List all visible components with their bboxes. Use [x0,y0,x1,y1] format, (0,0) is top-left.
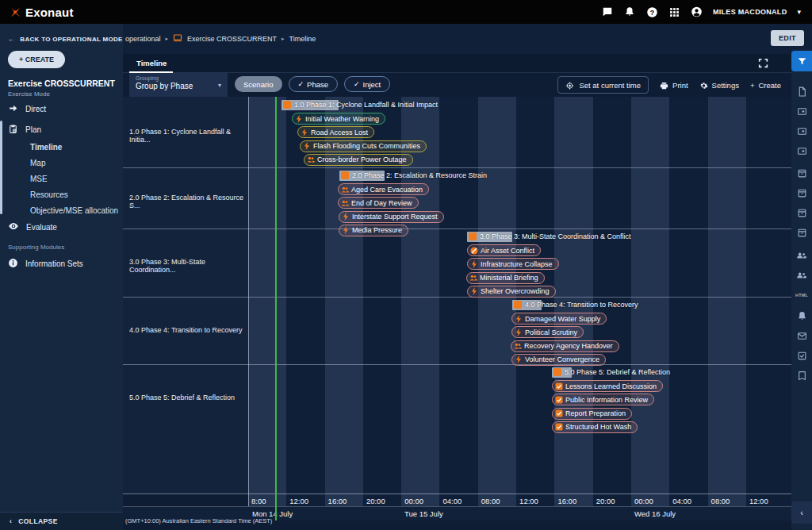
inject-pill[interactable]: Volunteer Convergence [511,354,606,366]
chevron-down-icon: ▾ [218,82,221,89]
notifications-bell-icon[interactable] [624,6,636,18]
breadcrumb: operational▸Exercise CROSSCURRENT▸Timeli… [125,33,316,44]
sidebar-item-objective-mse-allocation[interactable]: Objective/MSE allocation [30,206,118,215]
filter-chip-scenario[interactable]: Scenario [235,76,282,92]
phase-row-label: 2.0 Phase 2: Escalation & Resource S... [129,194,247,209]
people-icon [341,186,349,194]
user-menu-caret-icon[interactable]: ▾ [797,8,801,16]
sidebar-item-mse[interactable]: MSE [30,175,48,183]
row-separator [123,297,791,298]
filter-chip-inject[interactable]: ✓Inject [344,76,390,92]
sidebar-item-map[interactable]: Map [30,159,45,167]
bolt-icon [301,129,308,136]
inject-pill[interactable]: Aged Care Evacuation [338,183,429,195]
fullscreen-icon[interactable] [757,57,769,69]
inject-label: Political Scrutiny [525,328,577,336]
inject-pill[interactable]: Structured Hot Wash [552,421,638,433]
user-name[interactable]: MILES MACDONALD [713,8,787,16]
inject-pill[interactable]: Shelter Overcrowding [467,286,556,298]
inject-pill[interactable]: Road Access Lost [297,126,374,138]
exonaut-logo-icon [10,6,21,18]
inject-pill[interactable]: Infrastructure Collapse [467,258,559,270]
breadcrumb-separator-icon: ▸ [282,36,285,42]
filter-chip-phase[interactable]: ✓Phase [289,76,338,92]
grouping-label: Grouping [136,75,221,81]
target-icon [565,81,574,90]
note-rail-icon[interactable] [791,346,812,365]
inject-pill[interactable]: Air Asset Conflict [467,244,541,256]
left-sidebar: ← BACK TO OPERATIONAL MODE + CREATE Exer… [0,24,123,530]
create-inject-button[interactable]: + Create [750,81,781,90]
inject-pill[interactable]: Media Pressure [339,225,408,236]
people-rail-icon[interactable] [791,246,812,265]
rail-collapse-button[interactable]: ‹ [791,501,812,524]
filter-rail-icon[interactable] [791,51,812,71]
top-bar: Exonaut ? MILES MACDONALD ▾ [0,0,812,24]
task-icon [555,423,563,431]
create-button[interactable]: + CREATE [8,51,65,68]
people-icon [307,156,315,163]
inject-pill[interactable]: Recovery Agency Handover [511,340,619,352]
card-rail-icon[interactable] [791,121,812,140]
phase-marker-icon [469,232,477,240]
back-to-operational-mode[interactable]: ← BACK TO OPERATIONAL MODE [8,36,123,43]
edit-button[interactable]: EDIT [771,30,804,46]
collapse-sidebar-button[interactable]: ‹ COLLAPSE [10,517,58,525]
printer-icon [660,81,668,90]
help-icon[interactable]: ? [646,6,658,18]
back-arrow-icon: ← [8,36,14,43]
inject-pill[interactable]: Lessons Learned Discussion [552,380,663,392]
sidebar-item-resources[interactable]: Resources [30,190,68,199]
exonaut-logo[interactable]: Exonaut [10,6,74,19]
app-window: Exonaut ? MILES MACDONALD ▾ operational▸… [0,0,812,530]
card-rail-icon[interactable] [791,102,812,121]
sidebar-item-information-sets[interactable]: Information Sets [8,258,83,270]
breadcrumb-item[interactable]: Exercise CROSSCURRENT [187,35,277,43]
tray-rail-icon[interactable] [791,203,812,222]
timeline-chart[interactable]: 1.0 Phase 1: Cyclone Landfall & Initia..… [123,97,791,530]
inject-pill[interactable]: End of Day Review [338,197,419,209]
set-at-current-time-button[interactable]: Set at current time [557,76,649,94]
sidebar-item-timeline[interactable]: Timeline [30,143,62,152]
grouping-select[interactable]: Grouping Group by Phase ▾ [129,73,228,98]
print-button[interactable]: Print [660,81,688,90]
inject-label: Media Pressure [352,226,402,234]
bell-rail-icon[interactable] [791,306,812,325]
book-rail-icon[interactable] [791,366,812,385]
inject-pill[interactable]: Political Scrutiny [511,326,584,338]
account-avatar-icon[interactable] [691,6,703,18]
tray-rail-icon[interactable] [791,183,812,202]
tray-rail-icon[interactable] [791,163,812,182]
breadcrumb-item[interactable]: Timeline [289,35,316,43]
tray-rail-icon[interactable] [791,223,812,242]
people-rail-icon[interactable] [791,266,812,285]
inject-pill[interactable]: Public Information Review [552,394,654,405]
inject-pill[interactable]: Report Preparation [552,408,632,420]
chat-icon[interactable] [602,6,614,18]
sidebar-item-evaluate[interactable]: Evaluate [8,221,57,233]
inject-pill[interactable]: Damaged Water Supply [511,313,607,325]
mail-rail-icon[interactable] [791,326,812,345]
card-rail-icon[interactable] [791,141,812,160]
inject-label: Cross-border Power Outage [317,156,407,163]
inject-pill[interactable]: Flash Flooding Cuts Communities [300,140,427,152]
tab-timeline[interactable]: Timeline [136,59,167,67]
main-pane: Timeline Grouping Group by Phase ▾ Scena… [123,54,791,530]
html-rail-icon[interactable]: HTML [791,286,812,305]
block-icon [470,247,478,255]
breadcrumb-item[interactable]: operational [125,35,161,43]
inject-label: Infrastructure Collapse [481,260,553,268]
inject-pill[interactable]: Cross-border Power Outage [304,154,413,166]
phase-label-column [123,97,248,494]
chip-label: Inject [363,80,381,89]
bolt-icon [515,355,523,363]
row-separator [123,229,791,229]
sidebar-item-direct[interactable]: Direct [8,103,46,115]
settings-button[interactable]: Settings [699,81,739,90]
inject-pill[interactable]: Initial Weather Warning [292,113,385,125]
file-rail-icon[interactable] [791,82,812,101]
inject-pill[interactable]: Ministerial Briefing [466,272,545,284]
sidebar-item-plan[interactable]: Plan [8,124,41,136]
apps-grid-icon[interactable] [668,6,680,18]
inject-pill[interactable]: Interstate Support Request [339,211,444,223]
